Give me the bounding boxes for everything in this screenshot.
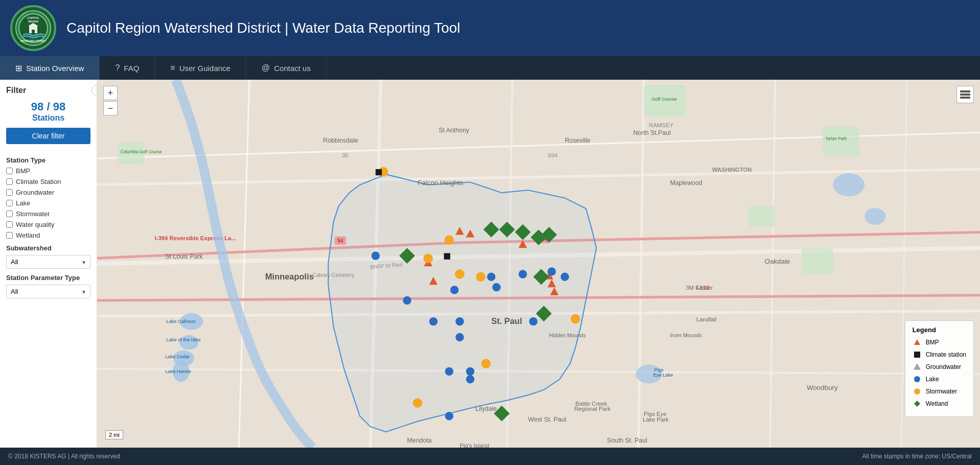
sidebar: ‹ Filter 98 / 98 Stations Clear filter S… — [0, 80, 97, 448]
svg-point-94 — [487, 272, 495, 281]
svg-point-103 — [466, 375, 474, 383]
nav-faq-label: FAQ — [124, 64, 139, 73]
checkbox-groundwater[interactable]: Groundwater — [6, 189, 90, 196]
svg-text:Golf Course: Golf Course — [652, 97, 677, 102]
svg-point-104 — [445, 412, 453, 420]
svg-text:REGION: REGION — [28, 20, 38, 23]
logo: CAPITOL REGION WATERSHED DISTRICT — [10, 5, 56, 51]
svg-marker-132 — [914, 401, 920, 407]
subwatershed-select[interactable]: All — [6, 255, 90, 269]
zoom-out-button[interactable]: − — [103, 101, 118, 115]
clear-filter-button[interactable]: Clear filter — [6, 128, 90, 144]
footer-left: © 2018 KISTERS AG | All rights reserved — [8, 453, 120, 460]
svg-point-90 — [403, 296, 411, 305]
legend-item-climate: Climate station — [913, 350, 966, 359]
checkbox-wetland[interactable]: Wetland — [6, 231, 90, 239]
svg-rect-7 — [37, 28, 39, 30]
station-param-select-wrapper: All — [6, 285, 90, 298]
svg-point-97 — [548, 267, 556, 275]
sidebar-collapse-btn[interactable]: ‹ — [92, 85, 97, 96]
svg-text:694: 694 — [548, 152, 558, 158]
checkbox-bmp[interactable]: BMP — [6, 167, 90, 175]
checkbox-groundwater-input[interactable] — [6, 189, 13, 196]
svg-text:Falcon Heights: Falcon Heights — [418, 179, 463, 187]
svg-marker-127 — [914, 339, 920, 345]
svg-point-38 — [864, 208, 885, 225]
svg-text:RAMSEY: RAMSEY — [649, 122, 674, 128]
checkbox-wetland-input[interactable] — [6, 232, 13, 239]
checkbox-water-quality-label: Water quality — [16, 221, 54, 228]
checkbox-stormwater-input[interactable] — [6, 211, 13, 217]
svg-text:Lilydale: Lilydale — [475, 405, 497, 412]
legend-wetland-label: Wetland — [926, 400, 948, 407]
filter-title: Filter — [6, 86, 90, 95]
svg-text:South St. Paul: South St. Paul — [607, 437, 647, 444]
nav-contact[interactable]: @ Contact us — [246, 56, 327, 80]
checkbox-lake-label: Lake — [16, 199, 30, 207]
svg-point-130 — [914, 376, 920, 382]
at-icon: @ — [262, 63, 270, 73]
legend-groundwater-icon — [913, 362, 922, 371]
svg-point-110 — [481, 359, 491, 368]
checkbox-lake-input[interactable] — [6, 200, 13, 206]
svg-rect-123 — [376, 169, 382, 175]
nav-station-overview[interactable]: ⊞ Station Overview — [0, 56, 100, 80]
svg-text:WASHINGTON: WASHINGTON — [712, 167, 752, 173]
svg-point-99 — [529, 317, 537, 326]
navbar: ⊞ Station Overview ? FAQ ≡ User Guidance… — [0, 56, 980, 80]
station-param-select[interactable]: All — [6, 285, 90, 298]
svg-marker-129 — [914, 364, 920, 369]
checkbox-bmp-input[interactable] — [6, 168, 13, 174]
svg-text:94: 94 — [337, 238, 344, 244]
station-param-title: Station Parameter Type — [6, 274, 90, 282]
zoom-in-button[interactable]: + — [103, 86, 118, 100]
station-count: 98 / 98 Stations — [6, 100, 90, 123]
checkbox-water-quality-input[interactable] — [6, 221, 13, 228]
logo-inner: CAPITOL REGION WATERSHED DISTRICT — [15, 10, 51, 46]
legend-climate-label: Climate station — [926, 351, 966, 358]
checkbox-climate-input[interactable] — [6, 178, 13, 185]
checkbox-stormwater[interactable]: Stormwater — [6, 210, 90, 218]
svg-point-98 — [561, 272, 569, 281]
legend-stormwater-icon — [913, 387, 922, 396]
svg-text:36: 36 — [342, 152, 349, 158]
nav-user-guidance[interactable]: ≡ User Guidance — [155, 56, 246, 80]
svg-text:Mendota: Mendota — [407, 437, 431, 444]
svg-text:Oakdale: Oakdale — [765, 258, 790, 265]
layers-icon — [960, 90, 971, 99]
scale-label: 2 mi — [109, 432, 120, 438]
station-count-number: 98 / 98 — [6, 100, 90, 113]
svg-text:St. Paul: St. Paul — [491, 316, 522, 326]
svg-text:St Anthony: St Anthony — [439, 127, 469, 134]
checkbox-wetland-label: Wetland — [16, 231, 40, 239]
svg-text:Lake Park: Lake Park — [643, 416, 669, 423]
svg-point-89 — [371, 251, 379, 260]
svg-point-95 — [492, 283, 500, 291]
map-layers-button[interactable] — [956, 86, 974, 103]
nav-contact-label: Contact us — [274, 64, 311, 73]
checkbox-climate-label: Climate Station — [16, 178, 61, 185]
map-controls: + − — [103, 86, 118, 115]
station-type-title: Station Type — [6, 156, 90, 164]
checkbox-lake[interactable]: Lake — [6, 199, 90, 207]
svg-text:Lake Harriet: Lake Harriet — [165, 369, 191, 374]
app-title: Capitol Region Watershed District | Wate… — [66, 20, 460, 36]
svg-point-106 — [423, 253, 433, 263]
map-container[interactable]: I-394 Reversible Express La... I-110 Lak… — [97, 80, 980, 448]
checkbox-climate-station[interactable]: Climate Station — [6, 178, 90, 185]
svg-text:Lake Cedar: Lake Cedar — [165, 354, 190, 359]
legend-title: Legend — [913, 326, 966, 334]
subwatershed-title: Subwatershed — [6, 244, 90, 252]
guide-icon: ≡ — [170, 63, 175, 73]
svg-point-92 — [455, 317, 464, 326]
svg-rect-42 — [749, 206, 775, 227]
svg-rect-126 — [960, 97, 970, 99]
checkbox-stormwater-label: Stormwater — [16, 210, 50, 218]
checkbox-water-quality[interactable]: Water quality — [6, 221, 90, 228]
legend-item-wetland: Wetland — [913, 399, 966, 408]
station-count-label: Stations — [6, 113, 90, 123]
nav-faq[interactable]: ? FAQ — [100, 56, 155, 80]
map-legend: Legend BMP Climate station — [905, 320, 974, 417]
legend-bmp-label: BMP — [926, 339, 939, 346]
svg-point-131 — [914, 388, 920, 394]
